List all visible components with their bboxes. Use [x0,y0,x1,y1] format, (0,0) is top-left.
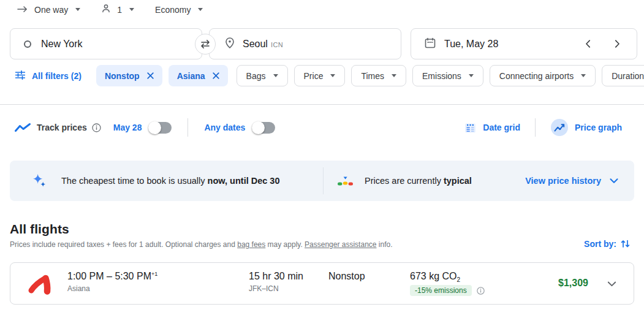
calendar-icon [425,37,436,51]
flight-route: JFK–ICN [249,284,303,293]
filter-chip-bags[interactable]: Bags [237,65,288,86]
flight-result-row[interactable]: 1:00 PM – 5:30 PM+1 Asiana 15 hr 30 min … [10,262,634,305]
chevron-down-icon [469,74,474,77]
cabin-class-label: Economy [155,5,191,15]
price-insights-banner: The cheapest time to book is usually now… [10,161,634,201]
track-prices-label: Track prices [37,123,87,132]
bag-fees-link[interactable]: bag fees [237,240,265,249]
filter-chip-times[interactable]: Times [351,65,406,86]
info-icon[interactable] [92,123,101,132]
filter-chip-emissions[interactable]: Emissions [412,65,483,86]
chevron-down-icon [273,74,278,77]
date-input[interactable]: Tue, May 28 [411,28,637,59]
filters-bar: All filters (2) Nonstop Asiana Bags Pric… [10,65,644,86]
cheapest-time-text: The cheapest time to book is usually now… [61,176,279,186]
view-price-history-label: View price history [525,176,601,186]
close-icon[interactable] [213,71,219,81]
swap-horizontal-icon [199,39,211,49]
chip-label: Connecting airports [499,71,574,81]
cabin-class-dropdown[interactable]: Economy [155,5,203,15]
flight-price: $1,309 [558,278,588,289]
chevron-down-icon [330,74,335,77]
any-dates-label: Any dates [204,123,245,132]
vertical-divider [188,118,188,137]
previous-date-button[interactable] [581,38,594,50]
origin-circle-icon [24,40,31,48]
next-date-button[interactable] [611,38,623,50]
location-pin-icon [225,37,234,51]
tune-filter-icon [15,70,26,82]
date-grid-button[interactable]: Date grid [464,121,520,134]
sort-by-button[interactable]: Sort by: [584,238,631,249]
trip-type-dropdown[interactable]: One way [17,5,80,15]
flight-times: 1:00 PM – 5:30 PM+1 [67,271,157,282]
horizontal-divider [0,104,644,105]
chevron-down-icon [129,8,134,11]
chip-label: Duration [612,71,644,81]
chevron-right-icon [615,40,620,48]
sparkle-icon [31,172,48,189]
origin-value: New York [41,39,83,50]
all-filters-label: All filters (2) [32,71,81,81]
chevron-down-icon [392,74,396,77]
asiana-airline-logo [26,271,56,300]
chip-label: Emissions [422,71,461,81]
flight-co2: 673 kg CO2 [410,271,485,283]
price-trend-icon [15,123,31,132]
price-level-icon [337,175,354,188]
plus-one-day-indicator: +1 [151,271,157,277]
chip-label: Times [361,71,384,81]
trip-type-label: One way [34,5,68,15]
chevron-down-icon [607,281,616,287]
price-graph-label: Price graph [575,123,622,132]
all-filters-button[interactable]: All filters (2) [15,70,81,82]
close-icon[interactable] [147,71,154,81]
swap-airports-button[interactable] [195,34,216,55]
price-level-text: Prices are currently typical [365,176,472,186]
price-disclaimer: Prices include required taxes + fees for… [10,240,393,249]
price-graph-button[interactable]: Price graph [550,118,629,137]
price-graph-icon [550,118,569,137]
google-flights-page: { "colors": { "accent_blue": "#1a73e8", … [0,0,644,315]
any-dates-toggle[interactable] [252,122,275,134]
airline-name: Asiana [67,284,157,293]
passengers-dropdown[interactable]: 1 [101,4,134,15]
filter-chip-price[interactable]: Price [294,65,346,86]
person-icon [101,4,111,15]
date-grid-icon [464,121,477,134]
trip-options-bar: One way 1 Economy [17,4,203,15]
vertical-divider [535,118,536,137]
all-flights-heading: All flights [10,222,69,237]
chevron-down-icon [610,178,618,184]
chip-label: Price [304,71,324,81]
date-grid-label: Date grid [483,123,520,132]
filter-chip-asiana[interactable]: Asiana [169,65,228,86]
destination-airport-code: ICN [271,41,283,48]
one-way-arrow-icon [17,5,28,15]
emissions-badge: -15% emissions [410,285,472,296]
destination-value: Seoul [243,39,268,50]
chip-label: Bags [246,71,266,81]
chevron-down-icon [581,74,586,77]
expand-flight-button[interactable] [607,279,616,290]
filter-chip-nonstop[interactable]: Nonstop [96,65,162,86]
filter-chip-duration[interactable]: Duration [602,65,644,86]
chevron-left-icon [585,40,591,48]
track-date-toggle[interactable] [149,122,172,134]
sort-by-label: Sort by: [584,239,616,249]
emissions-info-icon[interactable] [477,287,485,295]
date-value: Tue, May 28 [444,39,498,50]
flight-stops: Nonstop [328,271,365,282]
chevron-down-icon [198,8,203,11]
passenger-assistance-link[interactable]: Passenger assistance [305,240,376,249]
chip-label: Asiana [177,71,205,81]
passenger-count: 1 [117,5,122,15]
cheapest-time-message: The cheapest time to book is usually now… [10,172,323,189]
track-prices-row: Track prices May 28 Any dates Date grid … [15,115,629,140]
filter-chip-connecting-airports[interactable]: Connecting airports [490,65,596,86]
origin-input[interactable]: New York [10,28,202,59]
view-price-history-button[interactable]: View price history [525,176,618,186]
flight-duration: 15 hr 30 min [249,271,303,282]
destination-input[interactable]: Seoul ICN [209,28,401,59]
track-date-label: May 28 [113,123,142,132]
